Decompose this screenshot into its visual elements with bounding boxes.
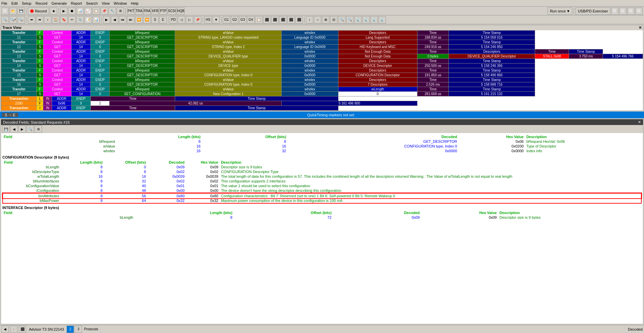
- record-button[interactable]: Record: [28, 7, 49, 15]
- menu-view[interactable]: View: [102, 1, 110, 5]
- tb-r2-43[interactable]: 📡: [354, 16, 362, 24]
- tb-r2-6[interactable]: ↕: [44, 16, 51, 24]
- tb8[interactable]: ⚙: [117, 7, 124, 15]
- tb-r2-19[interactable]: S: [151, 16, 159, 24]
- offset-wvalue: 16: [202, 144, 287, 149]
- tb-r2-45[interactable]: 📡: [370, 16, 378, 24]
- tb-r2-15[interactable]: ⏮: [119, 16, 126, 24]
- stop-btn[interactable]: ■: [50, 7, 57, 15]
- decoded-settings-btn[interactable]: ⚙: [35, 125, 42, 133]
- usb-tb4[interactable]: ⬜: [635, 7, 643, 15]
- tb-r2-44[interactable]: 📡: [362, 16, 370, 24]
- tb-r2-12[interactable]: 📊: [92, 16, 100, 24]
- tb5[interactable]: 📋: [92, 7, 100, 15]
- save-btn[interactable]: 💾: [17, 7, 25, 15]
- tb-r2-32[interactable]: ⬛: [263, 16, 271, 24]
- tb-r2-26[interactable]: ▼: [212, 16, 220, 24]
- tb-r2-11[interactable]: 📝: [84, 16, 92, 24]
- tb-r2-21[interactable]: PD: [170, 16, 177, 24]
- tb-r2-8[interactable]: 🔖: [60, 16, 68, 24]
- tb7[interactable]: 🔧: [109, 7, 116, 15]
- tb-r2-37[interactable]: ↕: [306, 16, 313, 24]
- field-wvalue: wValue: [2, 144, 116, 149]
- decoded-close[interactable]: ✕: [638, 120, 641, 124]
- decoded-content[interactable]: Field Length (bits) Offset (bits) Decode…: [1, 133, 643, 324]
- tb-r2-39[interactable]: ⊞: [322, 16, 329, 24]
- menu-generate[interactable]: Generate: [51, 1, 67, 5]
- tb-r2-4[interactable]: ⬅: [28, 16, 35, 24]
- open-btn[interactable]: 📂: [9, 7, 17, 15]
- tb-r2-13[interactable]: ▶: [103, 16, 110, 24]
- menu-report[interactable]: Report: [71, 1, 82, 5]
- tb-r2-16[interactable]: ⏭: [127, 16, 134, 24]
- menu-file[interactable]: File: [1, 1, 7, 5]
- menu-help[interactable]: Help: [131, 1, 138, 5]
- tb10[interactable]: TRA: [135, 7, 143, 15]
- tb9[interactable]: PKT: [127, 7, 134, 15]
- tb-r2-33[interactable]: ⬛: [271, 16, 279, 24]
- tb-r2-22[interactable]: ◁: [178, 16, 185, 24]
- tb12[interactable]: XFR: [151, 7, 159, 15]
- tb-r2-14[interactable]: ◀: [111, 16, 118, 24]
- tb-r2-3[interactable]: 🔍-: [17, 16, 25, 24]
- tb-r2-17[interactable]: ⏩: [135, 16, 143, 24]
- tb6[interactable]: 📌: [100, 7, 108, 15]
- trace-view-close[interactable]: ✕: [639, 26, 642, 30]
- tb-r2-5[interactable]: ➡: [36, 16, 43, 24]
- run-once-arrow[interactable]: ▼: [566, 9, 570, 13]
- usb-tb2[interactable]: ⬜: [619, 7, 627, 15]
- tb-r2-2[interactable]: 🔍+: [9, 16, 17, 24]
- trace-scroll[interactable]: Transfer F Control ADDR ENDP bRequest wV…: [1, 30, 643, 111]
- bottom-btn-2[interactable]: ·: [10, 326, 17, 333]
- usb-tb1[interactable]: ⬜: [611, 7, 618, 15]
- tb-r2-41[interactable]: 🔍: [338, 16, 346, 24]
- menu-record[interactable]: Record: [35, 1, 47, 5]
- bottom-btn-1[interactable]: ◀: [1, 326, 9, 333]
- usb-tb3[interactable]: ⬜: [627, 7, 635, 15]
- tb-r2-40[interactable]: ⊟: [330, 16, 337, 24]
- tb-r2-1[interactable]: 🔍: [1, 16, 9, 24]
- tb-r2-34[interactable]: ⬛: [279, 16, 287, 24]
- tb2[interactable]: ⏹: [68, 7, 76, 15]
- tb-r2-7[interactable]: 🏠: [52, 16, 59, 24]
- tb-r2-46[interactable]: 📡: [378, 16, 386, 24]
- decoded-search-btn[interactable]: 🔍: [27, 125, 34, 133]
- bottom-btn-3[interactable]: ⬛: [19, 326, 26, 333]
- tb15[interactable]: HQB: [177, 7, 185, 15]
- ith-decoded: Decoded: [333, 210, 421, 215]
- menu-search[interactable]: Search: [86, 1, 98, 5]
- menu-edit[interactable]: Edit: [11, 1, 18, 5]
- tb-r2-38[interactable]: ↔: [314, 16, 321, 24]
- tb-r2-24[interactable]: 📌: [194, 16, 201, 24]
- menu-window[interactable]: Window: [114, 1, 127, 5]
- decoded-next-btn[interactable]: ▶: [18, 125, 26, 133]
- tb14[interactable]: SCSI: [167, 7, 176, 15]
- tb-r2-18[interactable]: ⏪: [143, 16, 151, 24]
- tb-r2-42[interactable]: 🔍: [346, 16, 354, 24]
- page-3-btn[interactable]: 3: [75, 326, 82, 333]
- tb-r2-36[interactable]: ⬛: [295, 16, 303, 24]
- tb3[interactable]: 📊: [76, 7, 84, 15]
- run-once-container: Run once ▼: [548, 7, 572, 15]
- tb-r2-27[interactable]: G1: [223, 16, 230, 24]
- menu-setup[interactable]: Setup: [22, 1, 32, 5]
- tb-r2-9[interactable]: ✂: [68, 16, 76, 24]
- tb11[interactable]: FRA: [143, 7, 151, 15]
- decoded-save-btn[interactable]: 💾: [2, 125, 10, 133]
- tb4[interactable]: 📈: [84, 7, 92, 15]
- tb-r2-29[interactable]: G3: [239, 16, 246, 24]
- tb1[interactable]: ▶: [60, 7, 68, 15]
- new-btn[interactable]: ⬜: [1, 7, 9, 15]
- tb-r2-23[interactable]: ▷: [186, 16, 193, 24]
- page-2-btn[interactable]: 2: [67, 326, 74, 333]
- tb-r2-20[interactable]: E: [159, 16, 167, 24]
- tb-r2-25[interactable]: HS: [204, 16, 212, 24]
- tb-r2-35[interactable]: ⬛: [287, 16, 295, 24]
- tb-r2-10[interactable]: 📎: [76, 16, 84, 24]
- tb-r2-28[interactable]: G2: [231, 16, 238, 24]
- table-row: Transfer F Control ADDR ENDP bRequest wV…: [1, 87, 643, 92]
- tb-r2-31[interactable]: 📋: [255, 16, 263, 24]
- tb13[interactable]: PTP: [159, 7, 167, 15]
- tb-r2-30[interactable]: G4: [247, 16, 254, 24]
- decoded-prev-btn[interactable]: ◀: [10, 125, 18, 133]
